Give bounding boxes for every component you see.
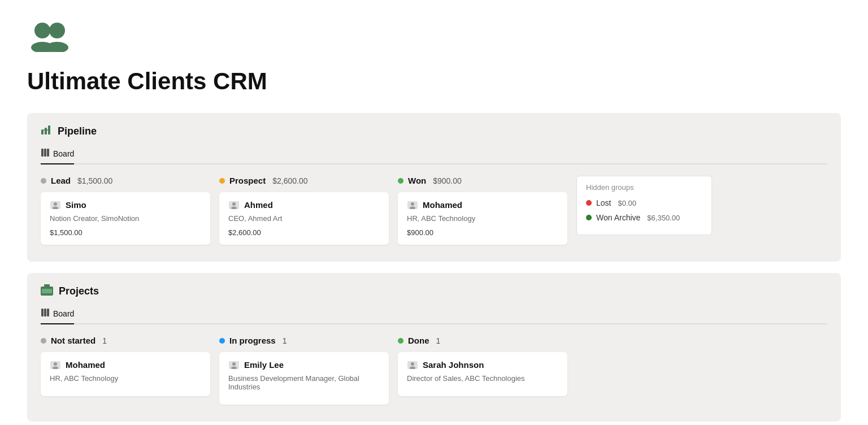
- in-progress-column-title: In progress: [229, 336, 276, 345]
- won-card-mohamed[interactable]: Mohamed HR, ABC Technology $900.00: [398, 192, 567, 245]
- in-progress-card-emily[interactable]: Emily Lee Business Development Manager, …: [219, 352, 389, 405]
- svg-point-18: [411, 202, 414, 206]
- pipeline-won-column: Won $900.00 Mohamed HR, ABC Technology $…: [398, 176, 567, 250]
- in-progress-column-count: 1: [283, 336, 287, 345]
- ahmed-card-amount: $2,600.00: [228, 228, 380, 237]
- projects-board-tab-icon: [41, 308, 50, 319]
- svg-rect-24: [44, 309, 46, 316]
- won-mohamed-card-subtitle: HR, ABC Technology: [407, 214, 558, 223]
- pipeline-tab-bar: Board: [41, 148, 827, 164]
- pipeline-lead-column: Lead $1,500.00 Simo Notion Creator, Simo…: [41, 176, 210, 250]
- lost-status-dot: [586, 200, 592, 206]
- not-started-column-title: Not started: [51, 336, 96, 345]
- lost-group-amount: $0.00: [618, 199, 636, 207]
- won-column-header: Won $900.00: [398, 176, 567, 185]
- pipeline-title: Pipeline: [58, 125, 97, 137]
- card-person-icon-2: [228, 201, 240, 210]
- won-archive-group-name: Won Archive: [596, 213, 640, 222]
- simo-card-name: Simo: [66, 200, 86, 210]
- projects-not-started-column: Not started 1 Mohamed HR, ABC Technology: [41, 336, 210, 402]
- lost-group-name: Lost: [596, 198, 611, 207]
- svg-point-33: [411, 362, 414, 366]
- svg-point-1: [49, 23, 65, 38]
- ahmed-card-name: Ahmed: [244, 200, 273, 210]
- done-column-header: Done 1: [398, 336, 567, 345]
- done-column-count: 1: [436, 336, 441, 345]
- emily-card-subtitle: Business Development Manager, Global Ind…: [228, 374, 380, 391]
- sarah-card-subtitle: Director of Sales, ABC Technologies: [407, 374, 558, 383]
- svg-rect-23: [41, 309, 44, 316]
- card-person-icon-5: [228, 361, 240, 370]
- pipeline-icon: [41, 124, 52, 138]
- not-started-status-dot: [41, 338, 46, 344]
- svg-point-30: [232, 362, 236, 366]
- card-person-icon: [50, 201, 61, 210]
- lead-column-amount: $1,500.00: [77, 176, 112, 185]
- card-person-icon-6: [407, 361, 418, 370]
- projects-board-tab[interactable]: Board: [41, 308, 74, 324]
- simo-card-amount: $1,500.00: [50, 228, 201, 237]
- pipeline-header: Pipeline: [41, 124, 827, 138]
- svg-point-27: [54, 362, 57, 366]
- projects-board: Not started 1 Mohamed HR, ABC Technology: [41, 336, 827, 410]
- won-status-dot: [398, 178, 403, 184]
- sarah-card-name: Sarah Johnson: [423, 360, 484, 370]
- won-archive-group-amount: $6,350.00: [647, 214, 680, 222]
- not-started-mohamed-subtitle: HR, ABC Technology: [50, 374, 201, 383]
- prospect-status-dot: [219, 178, 225, 184]
- svg-rect-8: [41, 149, 44, 157]
- not-started-column-header: Not started 1: [41, 336, 210, 345]
- won-archive-group-row[interactable]: Won Archive $6,350.00: [586, 213, 702, 222]
- lead-column-header: Lead $1,500.00: [41, 176, 210, 185]
- ahmed-card-subtitle: CEO, Ahmed Art: [228, 214, 380, 223]
- won-mohamed-card-amount: $900.00: [407, 228, 558, 237]
- prospect-column-amount: $2,600.00: [272, 176, 307, 185]
- projects-done-column: Done 1 Sarah Johnson Director of Sales, …: [398, 336, 567, 402]
- won-column-amount: $900.00: [433, 176, 462, 185]
- pipeline-board-tab[interactable]: Board: [41, 148, 74, 164]
- won-column-title: Won: [408, 176, 426, 185]
- prospect-column-header: Prospect $2,600.00: [219, 176, 389, 185]
- svg-rect-5: [45, 128, 47, 135]
- projects-icon: [41, 284, 53, 298]
- projects-in-progress-column: In progress 1 Emily Lee Business Develop…: [219, 336, 389, 410]
- done-column-title: Done: [408, 336, 429, 345]
- board-tab-icon: [41, 148, 50, 159]
- svg-point-12: [54, 202, 57, 206]
- svg-rect-9: [44, 149, 46, 157]
- app-logo: [27, 18, 841, 54]
- emily-card-name: Emily Lee: [244, 360, 284, 370]
- in-progress-column-header: In progress 1: [219, 336, 389, 345]
- not-started-mohamed-name: Mohamed: [66, 360, 105, 370]
- won-mohamed-card-name: Mohamed: [423, 200, 462, 210]
- pipeline-board: Lead $1,500.00 Simo Notion Creator, Simo…: [41, 176, 827, 250]
- projects-title: Projects: [59, 285, 99, 297]
- lead-column-title: Lead: [51, 176, 71, 185]
- svg-rect-21: [44, 284, 50, 288]
- hidden-groups-panel: Hidden groups Lost $0.00 Won Archive $6,…: [576, 176, 712, 235]
- not-started-card-mohamed[interactable]: Mohamed HR, ABC Technology: [41, 352, 210, 396]
- pipeline-prospect-column: Prospect $2,600.00 Ahmed CEO, Ahmed Art …: [219, 176, 389, 250]
- simo-card-subtitle: Notion Creator, SimoNotion: [50, 214, 201, 223]
- prospect-card-ahmed[interactable]: Ahmed CEO, Ahmed Art $2,600.00: [219, 192, 389, 245]
- svg-rect-4: [41, 130, 44, 135]
- prospect-column-title: Prospect: [229, 176, 266, 185]
- svg-rect-25: [47, 309, 49, 316]
- svg-rect-22: [42, 289, 52, 293]
- lost-group-row[interactable]: Lost $0.00: [586, 198, 702, 207]
- done-status-dot: [398, 338, 403, 344]
- svg-point-0: [34, 23, 50, 38]
- card-person-icon-4: [50, 361, 61, 370]
- lead-card-simo[interactable]: Simo Notion Creator, SimoNotion $1,500.0…: [41, 192, 210, 245]
- page-title: Ultimate Clients CRM: [27, 68, 841, 95]
- projects-header: Projects: [41, 284, 827, 298]
- svg-rect-10: [47, 149, 49, 157]
- card-person-icon-3: [407, 201, 418, 210]
- lead-status-dot: [41, 178, 46, 184]
- done-card-sarah[interactable]: Sarah Johnson Director of Sales, ABC Tec…: [398, 352, 567, 396]
- not-started-column-count: 1: [102, 336, 107, 345]
- won-archive-status-dot: [586, 215, 592, 220]
- projects-tab-bar: Board: [41, 308, 827, 324]
- pipeline-section: Pipeline Board Lead $1,500.00: [27, 113, 841, 262]
- in-progress-status-dot: [219, 338, 225, 344]
